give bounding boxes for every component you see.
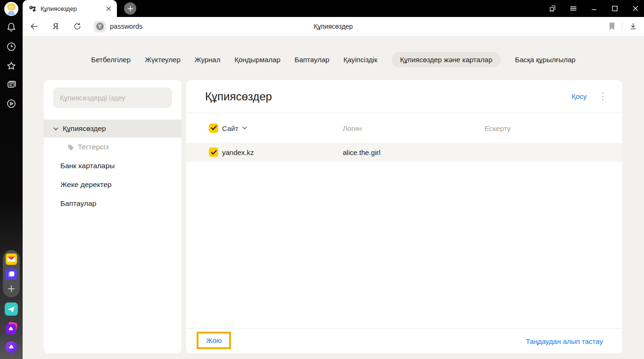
- tab-title: Құпиясөздер: [41, 5, 104, 12]
- bookmarks-button[interactable]: [0, 60, 23, 72]
- back-button[interactable]: [29, 21, 39, 32]
- notes-stack-icon: [5, 79, 17, 91]
- delete-button[interactable]: Жою: [206, 336, 222, 344]
- profile-avatar[interactable]: [0, 2, 23, 16]
- search-passwords-input[interactable]: [53, 88, 172, 108]
- bookmark-this-page-button[interactable]: [608, 22, 616, 31]
- alice-circle-icon: [5, 341, 18, 354]
- yandex-home-button[interactable]: Я: [50, 21, 61, 32]
- alice-assistant-button[interactable]: [0, 341, 23, 354]
- address-bar: Я Y passwords Құпиясөздер: [23, 17, 644, 36]
- bell-icon: [5, 21, 17, 33]
- table-row[interactable]: yandex.kz alice.the.girl: [186, 143, 622, 162]
- close-window-button[interactable]: [631, 5, 639, 13]
- table-header: Сайт Логин Ескерту: [186, 113, 622, 143]
- refresh-icon: [73, 22, 82, 31]
- active-tab[interactable]: Құпиясөздер: [23, 0, 117, 17]
- arrow-left-icon: [29, 21, 39, 32]
- passwords-favicon-icon: [29, 5, 36, 12]
- notifications-button[interactable]: [0, 21, 23, 33]
- sort-chevron-icon: [242, 127, 247, 130]
- deselect-all-link[interactable]: Таңдаудан алып тастау: [526, 337, 603, 345]
- site-protect-badge[interactable]: Y: [94, 21, 106, 33]
- nav-tab-passwords-cards[interactable]: Құпиясөздер және карталар: [392, 52, 501, 67]
- tab-strip: Құпиясөздер: [23, 0, 644, 17]
- sidebar-list: Құпиясөздер Тегтерсіз Банк карталары Жек…: [44, 120, 182, 213]
- browser-side-rail: [0, 0, 23, 359]
- plus-icon: [127, 6, 133, 12]
- hamburger-icon: [570, 5, 577, 12]
- avatar-body: [8, 11, 15, 15]
- new-tab-button[interactable]: [124, 2, 136, 15]
- downloads-button[interactable]: [628, 22, 638, 31]
- tag-icon: [67, 144, 74, 151]
- nav-tab-downloads[interactable]: Жүктеулер: [145, 56, 181, 64]
- settings-page: Бетбелгілер Жүктеулер Журнал Қондырмалар…: [23, 36, 644, 359]
- nav-tab-security[interactable]: Қауіпсіздік: [344, 56, 378, 64]
- avatar[interactable]: [4, 2, 18, 16]
- messenger-app-button[interactable]: [0, 302, 23, 316]
- sidebar-item-settings[interactable]: Баптаулар: [44, 194, 182, 213]
- sidebar-item-bank-cards[interactable]: Банк карталары: [44, 156, 182, 175]
- check-icon: [211, 150, 217, 155]
- yandex-mail-icon[interactable]: [6, 253, 17, 265]
- passwords-panel: Құпиясөздер Қосу Сайт Логин Ескерту: [186, 80, 622, 353]
- row-checkbox[interactable]: [209, 147, 218, 157]
- select-all-checkbox[interactable]: [209, 123, 218, 133]
- panel-footer: Жою Таңдаудан алып тастау: [186, 328, 622, 353]
- window-controls: [548, 0, 639, 17]
- add-password-button[interactable]: Қосу: [571, 92, 586, 100]
- row-site: yandex.kz: [222, 148, 254, 156]
- tabs-panel-button[interactable]: [0, 79, 23, 91]
- bookmark-flag-icon: [608, 22, 616, 31]
- sidebar-item-untagged[interactable]: Тегтерсіз: [44, 138, 182, 156]
- row-login: alice.the.girl: [343, 148, 380, 156]
- passwords-sidebar: Құпиясөздер Тегтерсіз Банк карталары Жек…: [44, 80, 182, 353]
- bookmarks-panel-button[interactable]: [548, 5, 556, 13]
- sidebar-item-passwords[interactable]: Құпиясөздер: [44, 120, 182, 138]
- url-text[interactable]: passwords: [110, 23, 142, 30]
- sidebar-item-label: Жеке деректер: [60, 180, 112, 189]
- avatar-face: [9, 5, 14, 9]
- video-button[interactable]: [0, 98, 23, 110]
- nav-tab-extensions[interactable]: Қондырмалар: [234, 56, 280, 64]
- nav-tab-history[interactable]: Журнал: [195, 56, 221, 64]
- paper-plane-icon: [5, 302, 18, 316]
- bookmarks-panel-icon: [548, 5, 556, 13]
- delete-button-highlight: Жою: [197, 332, 231, 349]
- search-wrap: [44, 80, 182, 108]
- clock-icon: [5, 41, 17, 53]
- tab-close-icon[interactable]: [104, 4, 113, 13]
- settings-nav: Бетбелгілер Жүктеулер Журнал Қондырмалар…: [23, 51, 644, 68]
- page-title: Құпиясөздер: [164, 17, 503, 36]
- divider: [622, 22, 622, 31]
- sidebar-item-label: Құпиясөздер: [63, 124, 106, 133]
- add-app-plus-icon[interactable]: [6, 284, 17, 294]
- maximize-button[interactable]: [611, 5, 619, 13]
- panel-title: Құпиясөздер: [205, 90, 571, 103]
- play-circle-icon: [5, 98, 17, 110]
- close-icon: [632, 5, 639, 12]
- address-bar-left: Я Y passwords: [23, 17, 142, 36]
- pinned-apps-group: [3, 250, 20, 297]
- history-button[interactable]: [0, 41, 23, 53]
- minimize-button[interactable]: [590, 5, 598, 13]
- nav-tab-settings[interactable]: Баптаулар: [295, 56, 330, 64]
- star-icon: [5, 60, 17, 72]
- menu-button[interactable]: [569, 5, 577, 13]
- column-header-login: Логин: [343, 124, 362, 132]
- sidebar-item-label: Баптаулар: [60, 199, 96, 208]
- nav-tab-other-devices[interactable]: Басқа құрылғылар: [515, 56, 575, 64]
- column-header-site[interactable]: Сайт: [222, 124, 247, 132]
- yandex-disk-icon[interactable]: [6, 269, 17, 280]
- check-icon: [211, 125, 217, 131]
- sidebar-item-personal-data[interactable]: Жеке деректер: [44, 175, 182, 194]
- yandex-search-app-button[interactable]: [0, 322, 23, 335]
- yandex-logo: Я: [53, 22, 58, 32]
- address-bar-right: [608, 17, 638, 36]
- browser-window: Құпиясөздер: [0, 0, 644, 359]
- more-options-kebab-icon[interactable]: [600, 90, 606, 103]
- nav-tab-bookmarks[interactable]: Бетбелгілер: [91, 56, 131, 64]
- maximize-icon: [611, 5, 618, 12]
- refresh-button[interactable]: [72, 21, 83, 32]
